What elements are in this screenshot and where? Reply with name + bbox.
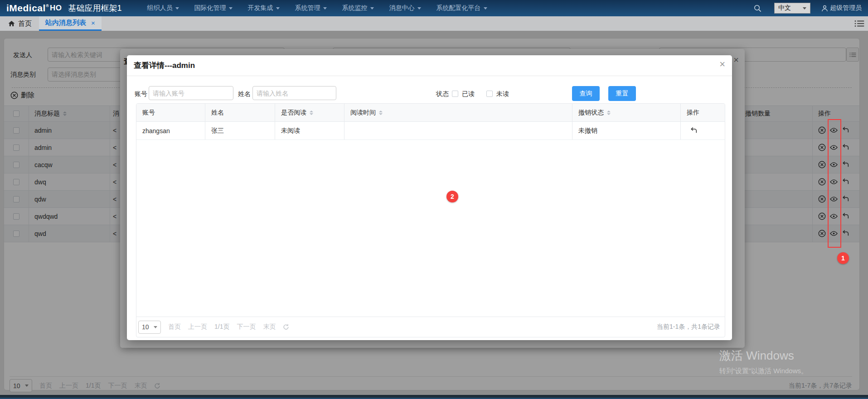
chevron-down-icon: [229, 7, 233, 10]
col-actions: 操作: [687, 109, 699, 117]
tab-close-icon[interactable]: ×: [91, 19, 95, 27]
home-icon: [8, 20, 15, 27]
tab-bar: 首页 站内消息列表 ×: [0, 16, 868, 31]
watermark-line1: 激活 Windows: [719, 348, 808, 364]
menu-item-sysconfig[interactable]: 系统配置化平台: [436, 4, 487, 12]
chevron-down-icon: [154, 326, 157, 328]
chevron-down-icon: [175, 7, 179, 10]
top-navbar: iMedical®HO 基础应用框架1 组织人员 国际化管理 开发集成 系统管理…: [0, 0, 868, 16]
modal-header: 查看详情---admin: [127, 55, 732, 76]
windows-watermark: 激活 Windows 转到“设置”以激活 Windows。: [719, 348, 808, 375]
username: 超级管理员: [830, 4, 862, 12]
tab-message-list-label: 站内消息列表: [45, 19, 86, 27]
col-name: 姓名: [211, 109, 224, 117]
app-name: 基础应用框架1: [68, 3, 122, 14]
first-page-link[interactable]: 首页: [168, 323, 181, 331]
query-button[interactable]: 查询: [572, 86, 600, 101]
read-checkbox-label: 已读: [462, 90, 475, 98]
sort-icon[interactable]: [607, 111, 611, 115]
screen: iMedical®HO 基础应用框架1 组织人员 国际化管理 开发集成 系统管理…: [0, 0, 868, 399]
sort-icon[interactable]: [310, 111, 313, 115]
menu-item-dev[interactable]: 开发集成: [248, 4, 280, 12]
user-menu[interactable]: 超级管理员: [821, 4, 862, 12]
detail-modal: 查看详情---admin × 账号 姓名 状态 已读 未读 查询 重置 账号 姓…: [127, 55, 732, 340]
menu-item-sysmonitor[interactable]: 系统监控: [342, 4, 374, 12]
user-icon: [821, 5, 828, 12]
modal-page-size-select[interactable]: 10: [138, 321, 161, 334]
logo-registered-mark: ®: [46, 4, 49, 8]
next-page-link[interactable]: 下一页: [237, 323, 256, 331]
col-read-time: 阅读时间: [350, 109, 376, 117]
tab-home-label: 首页: [18, 19, 32, 28]
menu-item-i18n[interactable]: 国际化管理: [194, 4, 233, 12]
prev-page-link[interactable]: 上一页: [188, 323, 207, 331]
chevron-down-icon: [484, 7, 487, 10]
chevron-down-icon: [417, 7, 421, 10]
chevron-down-icon: [803, 7, 806, 10]
refresh-icon[interactable]: [283, 324, 289, 330]
modal-table-header: 账号 姓名 是否阅读 阅读时间 撤销状态 操作: [136, 104, 725, 122]
col-account: 账号: [142, 109, 155, 117]
account-label: 账号: [135, 90, 147, 98]
watermark-line2: 转到“设置”以激活 Windows。: [719, 367, 808, 375]
col-revoke-status: 撤销状态: [578, 109, 604, 117]
col-read-status: 是否阅读: [281, 109, 306, 117]
modal-close-icon[interactable]: ×: [719, 59, 725, 69]
undo-icon[interactable]: [690, 127, 698, 135]
status-label: 状态: [436, 90, 449, 98]
sort-icon[interactable]: [379, 111, 383, 115]
modal-title: 查看详情---admin: [134, 60, 195, 71]
menu-item-sysmgmt[interactable]: 系统管理: [295, 4, 327, 12]
main-menu: 组织人员 国际化管理 开发集成 系统管理 系统监控 消息中心 系统配置化平台: [147, 4, 487, 12]
read-checkbox[interactable]: [452, 91, 458, 97]
chevron-down-icon: [370, 7, 374, 10]
menu-item-message-center[interactable]: 消息中心: [389, 4, 421, 12]
modal-table: 账号 姓名 是否阅读 阅读时间 撤销状态 操作 zhangsan 张三 未阅读 …: [136, 103, 725, 337]
chevron-down-icon: [323, 7, 327, 10]
annotation-badge-1: 1: [837, 252, 849, 264]
taskbar-strip: [0, 395, 868, 399]
record-summary: 当前1-1条，共1条记录: [657, 323, 720, 331]
modal-table-row[interactable]: zhangsan 张三 未阅读 未撤销: [136, 122, 725, 140]
app-logo: iMedical®HO: [6, 3, 62, 14]
unread-checkbox-label: 未读: [496, 90, 509, 98]
modal-pagination: 10 首页 上一页 1/1页 下一页 末页 当前1-1条，共1条记录: [136, 317, 725, 337]
current-page-indicator: 1/1页: [214, 323, 229, 331]
language-select[interactable]: 中文: [774, 3, 810, 14]
tab-message-list[interactable]: 站内消息列表 ×: [39, 16, 102, 31]
logo-suffix: HO: [50, 4, 62, 13]
search-icon[interactable]: [754, 5, 761, 12]
language-select-value: 中文: [778, 4, 791, 12]
account-input[interactable]: [149, 86, 233, 100]
unread-checkbox[interactable]: [486, 91, 493, 97]
annotation-badge-2: 2: [446, 191, 458, 202]
tab-list-icon[interactable]: [854, 19, 864, 28]
tab-home[interactable]: 首页: [1, 16, 39, 31]
logo-text: iMedical: [6, 3, 46, 14]
last-page-link[interactable]: 末页: [263, 323, 276, 331]
reset-button[interactable]: 重置: [608, 86, 636, 101]
menu-item-org[interactable]: 组织人员: [147, 4, 179, 12]
annotation-rectangle: [828, 119, 841, 248]
name-label: 姓名: [238, 90, 251, 98]
name-input[interactable]: [252, 86, 336, 100]
navbar-right: 中文 超级管理员: [754, 3, 862, 14]
chevron-down-icon: [276, 7, 280, 10]
